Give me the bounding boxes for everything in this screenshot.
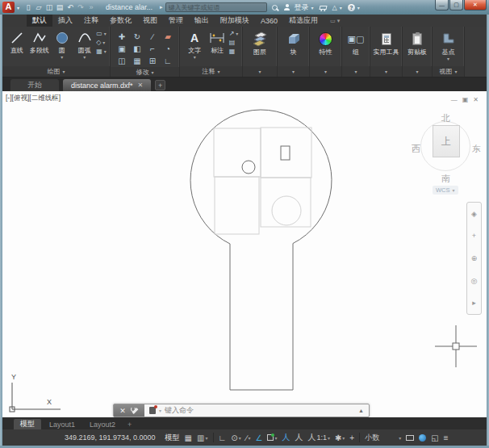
viewcube-north[interactable]: 北 bbox=[441, 112, 450, 124]
redo-icon[interactable]: ↷ bbox=[77, 3, 85, 11]
workspace-switcher[interactable]: ✱▾ bbox=[332, 433, 347, 442]
close-tab-icon[interactable]: ✕ bbox=[138, 82, 144, 89]
exchange-cart-icon[interactable] bbox=[319, 6, 327, 10]
signin-button[interactable]: 登录 bbox=[295, 2, 309, 13]
new-layout-button[interactable]: + bbox=[123, 419, 136, 429]
clean-screen-toggle[interactable]: ◱ bbox=[428, 433, 441, 442]
snap-mode-toggle[interactable]: ▥▾ bbox=[194, 433, 210, 442]
maximize-button[interactable]: ▢ bbox=[449, 0, 463, 10]
annotation-monitor-toggle[interactable]: + bbox=[347, 433, 357, 442]
properties-button[interactable]: 特性 bbox=[311, 29, 341, 56]
panel-label-annotate[interactable]: 注释▾ bbox=[180, 66, 242, 77]
ribbon-tab-a360[interactable]: A360 bbox=[255, 15, 283, 27]
erase-icon[interactable]: ▰ bbox=[165, 32, 171, 41]
circle-button[interactable]: 圆 ▾ bbox=[51, 29, 73, 60]
new-tab-button[interactable]: + bbox=[155, 80, 165, 90]
open-folder-icon[interactable]: ▱ bbox=[35, 3, 43, 11]
explode-icon[interactable]: ◔ bbox=[165, 44, 170, 53]
group-button[interactable]: ▣▢ 组 bbox=[343, 29, 369, 56]
logo-menu-caret-icon[interactable]: ▾ bbox=[17, 5, 19, 10]
panel-label-modify[interactable]: 修改▾ bbox=[111, 67, 179, 77]
stay-connected-caret-icon[interactable]: ▾ bbox=[340, 5, 342, 10]
qat-overflow-icon[interactable]: » bbox=[87, 3, 95, 11]
units-control[interactable]: 小数 bbox=[362, 433, 382, 443]
panel-label-layers[interactable]: ▾ bbox=[243, 66, 277, 77]
panel-label-draw[interactable]: 绘图▾ bbox=[2, 66, 110, 77]
panel-label-view[interactable]: 视图▾ bbox=[433, 66, 464, 77]
units-caret[interactable]: ▾ bbox=[396, 435, 403, 441]
ellipse-tool-button[interactable]: ◇▾ bbox=[96, 39, 107, 47]
tab-layout1[interactable]: Layout1 bbox=[43, 419, 82, 429]
dimension-button[interactable]: 标注 bbox=[207, 29, 228, 54]
hatch-tool-button[interactable]: ▦▾ bbox=[96, 48, 107, 56]
fillet-icon[interactable]: ⌐ bbox=[150, 44, 155, 53]
search-expand-icon[interactable]: ▸ bbox=[160, 4, 163, 10]
zoom-icon[interactable]: ⊕ bbox=[471, 254, 478, 262]
command-customize-icon[interactable] bbox=[131, 407, 139, 415]
ribbon-tab-addins[interactable]: 附加模块 bbox=[215, 15, 255, 27]
move-icon[interactable]: ✚ bbox=[119, 32, 125, 41]
stretch-icon[interactable]: ◫ bbox=[118, 57, 125, 65]
tab-layout2[interactable]: Layout2 bbox=[83, 419, 122, 429]
ribbon-tab-manage[interactable]: 管理 bbox=[163, 15, 189, 27]
markup-tool-button[interactable]: ▦ bbox=[229, 48, 239, 56]
panel-label-groups[interactable]: ▾ bbox=[342, 66, 370, 77]
drawing-area[interactable]: [-][俯视][二维线框] — ▣ ✕ YX 北 西 东 南 上 WCS▾ ◈ … bbox=[2, 91, 487, 417]
orbit-icon[interactable]: ◎ bbox=[471, 277, 478, 285]
file-tab-document[interactable]: distance alarm.dxf* ✕ bbox=[63, 79, 151, 91]
polar-tracking-toggle[interactable]: ⊙▾ bbox=[228, 433, 243, 442]
annotation-scale-control[interactable]: 人 1:1 ▾ bbox=[305, 432, 332, 443]
hardware-acceleration-toggle[interactable] bbox=[416, 434, 428, 442]
text-caret-icon[interactable]: ▾ bbox=[194, 54, 196, 60]
graphics-performance-toggle[interactable] bbox=[403, 435, 416, 441]
panel-label-clipboard[interactable]: ▾ bbox=[403, 66, 432, 77]
annotation-autoscale-toggle[interactable]: 人 bbox=[292, 432, 305, 443]
ribbon-tab-insert[interactable]: 插入 bbox=[52, 15, 78, 27]
circle-caret-icon[interactable]: ▾ bbox=[61, 54, 63, 60]
file-tab-start[interactable]: 开始 bbox=[10, 79, 59, 91]
plot-icon[interactable]: ▤ bbox=[56, 3, 64, 11]
layer-properties-button[interactable]: 图层 bbox=[244, 29, 276, 56]
table-tool-button[interactable]: ▤ bbox=[229, 39, 239, 47]
ribbon-tab-featured-apps[interactable]: 精选应用 bbox=[283, 15, 324, 27]
offset-icon[interactable]: ∟ bbox=[164, 57, 172, 65]
copy-icon[interactable]: ▣ bbox=[118, 44, 125, 53]
array-icon[interactable]: ⊞ bbox=[149, 57, 156, 65]
app-store-icon[interactable]: △ bbox=[332, 4, 337, 11]
utilities-button[interactable]: 实用工具 bbox=[371, 29, 402, 56]
ortho-toggle[interactable]: ∟ bbox=[216, 433, 229, 442]
annotation-visibility-toggle[interactable]: 人 bbox=[279, 432, 292, 443]
ribbon-tab-annotate[interactable]: 注释 bbox=[78, 15, 104, 27]
signin-caret-icon[interactable]: ▾ bbox=[311, 5, 314, 10]
command-history-icon[interactable]: ▲ bbox=[358, 408, 364, 413]
grid-display-toggle[interactable]: ▦ bbox=[182, 433, 194, 442]
viewcube-top-face[interactable]: 上 bbox=[433, 125, 460, 157]
command-input[interactable]: ▾ 键入命令 ▲ bbox=[144, 404, 369, 417]
viewcube-south[interactable]: 南 bbox=[441, 173, 450, 185]
isometric-drafting-toggle[interactable]: ∕▾ bbox=[244, 433, 253, 442]
scale-icon[interactable]: ▦ bbox=[133, 57, 140, 65]
polyline-button[interactable]: 多段线 bbox=[28, 29, 50, 54]
leader-tool-button[interactable]: ↗▾ bbox=[229, 30, 239, 38]
customization-menu[interactable]: ≡ bbox=[441, 433, 451, 442]
line-button[interactable]: 直线 bbox=[6, 29, 27, 54]
mirror-icon[interactable]: ◧ bbox=[133, 44, 140, 53]
clipboard-button[interactable]: 剪贴板 bbox=[403, 29, 431, 56]
model-space-button[interactable]: 模型 bbox=[163, 432, 182, 444]
rotate-icon[interactable]: ↻ bbox=[134, 32, 140, 41]
help-icon[interactable]: ? bbox=[348, 4, 355, 11]
arc-button[interactable]: 圆弧 ▾ bbox=[73, 29, 95, 60]
close-button[interactable]: ✕ bbox=[464, 0, 487, 10]
ribbon-tab-view[interactable]: 视图 bbox=[137, 15, 163, 27]
recent-commands-icon[interactable] bbox=[149, 407, 156, 414]
object-snap-tracking-toggle[interactable]: ∠ bbox=[253, 433, 265, 442]
base-view-button[interactable]: 基点 ▾ bbox=[434, 29, 463, 61]
ribbon-tab-home[interactable]: 默认 bbox=[27, 15, 52, 27]
search-input[interactable] bbox=[165, 2, 267, 12]
object-snap-toggle[interactable]: ▾ bbox=[265, 434, 279, 441]
arc-caret-icon[interactable]: ▾ bbox=[83, 54, 86, 60]
autocad-logo-icon[interactable]: A bbox=[2, 2, 15, 13]
command-close-icon[interactable]: ✕ bbox=[119, 407, 126, 415]
recent-commands-caret-icon[interactable]: ▾ bbox=[159, 408, 161, 413]
search-icon[interactable] bbox=[272, 5, 278, 10]
